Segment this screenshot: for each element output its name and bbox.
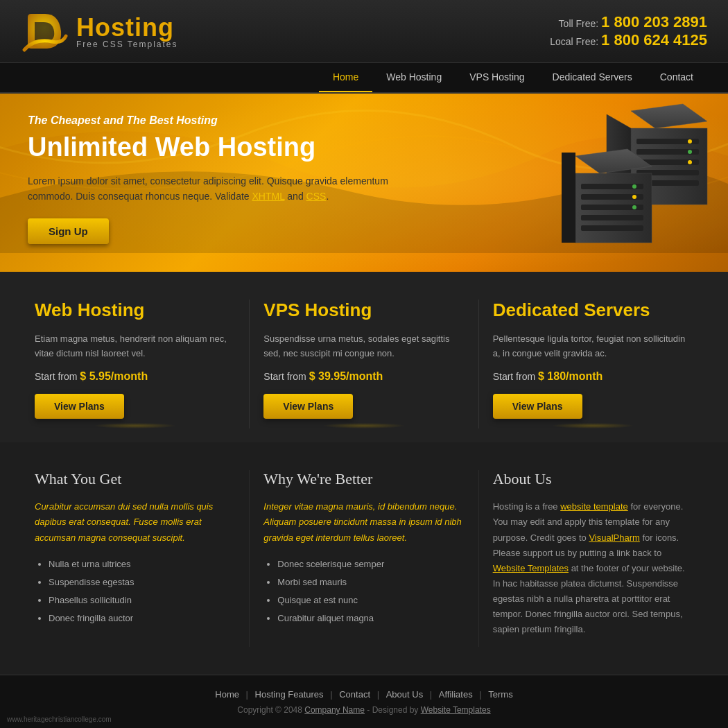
footer-link-hosting-features[interactable]: Hosting Features <box>255 689 324 700</box>
info-section: What You Get Curabitur accumsan dui sed … <box>0 442 728 675</box>
plan-web-hosting-price: Start from $ 5.95/month <box>35 370 235 383</box>
info-what-you-get-title: What You Get <box>35 470 235 488</box>
local-free-line: Local Free: 1 800 624 4125 <box>550 31 707 49</box>
list-item: Donec scelerisque semper <box>277 555 464 573</box>
footer-divider: | <box>430 689 435 700</box>
btn-reflection-dedicated <box>551 423 634 428</box>
logo-title: Hosting <box>76 13 178 42</box>
plan-dedicated-servers-desc: Pellentesque ligula tortor, feugiat non … <box>493 332 693 361</box>
footer-wrapper: Home | Hosting Features | Contact | Abou… <box>0 675 728 728</box>
list-item: Morbi sed mauris <box>277 573 464 591</box>
footer-copyright: Copyright © 2048 Company Name - Designed… <box>21 705 707 715</box>
list-item: Phasellus sollicitudin <box>49 591 235 609</box>
view-plans-web-hosting[interactable]: View Plans <box>35 394 124 419</box>
info-about-us: About Us Hosting is a free website templ… <box>479 470 707 647</box>
toll-free-label: Toll Free: <box>559 18 599 29</box>
info-why-better-title: Why We're Better <box>263 470 464 488</box>
logo-text-area: Hosting Free CSS Templates <box>76 13 178 49</box>
website-templates-footer-link[interactable]: Website Templates <box>421 705 491 715</box>
watermark: www.heritagechristiancollege.com <box>7 716 112 723</box>
svg-marker-0 <box>631 104 707 128</box>
btn-reflection <box>94 423 177 428</box>
list-item: Quisque at est nunc <box>277 591 464 609</box>
info-why-better-list: Donec scelerisque semper Morbi sed mauri… <box>263 555 464 627</box>
plan-vps-hosting: VPS Hosting Suspendisse urna metus, soda… <box>250 300 478 429</box>
nav-vps-hosting[interactable]: VPS Hosting <box>456 63 538 92</box>
toll-free-number: 1 800 203 2891 <box>601 13 707 31</box>
list-item: Nulla et urna ultrices <box>49 555 235 573</box>
plan-vps-hosting-price: Start from $ 39.95/month <box>263 370 464 383</box>
nav-dedicated-servers[interactable]: Dedicated Servers <box>539 63 646 92</box>
nav-web-hosting[interactable]: Web Hosting <box>372 63 456 92</box>
plans-section: Web Hosting Etiam magna metus, hendrerit… <box>0 272 728 443</box>
plan-web-hosting: Web Hosting Etiam magna metus, hendrerit… <box>21 300 250 429</box>
website-template-link[interactable]: website template <box>560 501 628 512</box>
footer-links: Home | Hosting Features | Contact | Abou… <box>21 689 707 700</box>
plan-vps-hosting-title: VPS Hosting <box>263 300 464 321</box>
hero-title: Unlimited Web Hosting <box>28 132 398 162</box>
view-plans-dedicated-servers[interactable]: View Plans <box>493 394 582 419</box>
footer-link-affiliates[interactable]: Affiliates <box>439 689 473 700</box>
nav-home[interactable]: Home <box>319 63 372 92</box>
footer-divider: | <box>330 689 335 700</box>
svg-point-10 <box>688 160 692 164</box>
css-link[interactable]: CSS <box>306 191 327 202</box>
list-item: Donec fringilla auctor <box>49 609 235 627</box>
info-what-you-get: What You Get Curabitur accumsan dui sed … <box>21 470 250 647</box>
logo-area: Hosting Free CSS Templates <box>21 7 178 55</box>
copyright-text: Copyright © 2048 <box>237 705 302 715</box>
footer-link-terms[interactable]: Terms <box>488 689 512 700</box>
view-plans-vps-hosting[interactable]: View Plans <box>263 394 353 419</box>
main-nav: Home Web Hosting VPS Hosting Dedicated S… <box>0 63 728 94</box>
footer-divider: | <box>479 689 484 700</box>
nav-contact[interactable]: Contact <box>646 63 707 92</box>
info-what-you-get-list: Nulla et urna ultrices Suspendisse egest… <box>35 555 235 627</box>
svg-point-20 <box>632 184 636 189</box>
site-header: Hosting Free CSS Templates Toll Free: 1 … <box>0 0 728 63</box>
visual-pharm-link[interactable]: VisualPharm <box>589 532 639 543</box>
list-item: Suspendisse egestas <box>49 573 235 591</box>
footer-divider: | <box>246 689 251 700</box>
contact-area: Toll Free: 1 800 203 2891 Local Free: 1 … <box>550 13 707 49</box>
plan-vps-hosting-desc: Suspendisse urna metus, sodales eget sag… <box>263 332 464 361</box>
svg-rect-18 <box>581 215 643 220</box>
logo-subtitle: Free CSS Templates <box>76 40 178 49</box>
btn-reflection-vps <box>322 423 406 428</box>
svg-point-8 <box>688 139 692 144</box>
footer-link-home[interactable]: Home <box>215 689 239 700</box>
plan-dedicated-servers: Dedicated Servers Pellentesque ligula to… <box>479 300 707 429</box>
footer-link-about-us[interactable]: About Us <box>386 689 423 700</box>
footer-link-contact[interactable]: Contact <box>339 689 370 700</box>
info-about-us-title: About Us <box>493 470 693 488</box>
local-free-number: 1 800 624 4125 <box>601 31 707 49</box>
info-why-better-text: Integer vitae magna mauris, id bibendum … <box>263 499 464 545</box>
toll-free-line: Toll Free: 1 800 203 2891 <box>550 13 707 31</box>
hero-description: Lorem ipsum dolor sit amet, consectetur … <box>28 173 398 205</box>
footer-divider: | <box>377 689 382 700</box>
company-name-link[interactable]: Company Name <box>304 705 365 715</box>
hero-section: The Cheapest and The Best Hosting Unlimi… <box>0 94 728 272</box>
website-templates-link-about[interactable]: Website Templates <box>493 563 569 573</box>
plan-web-hosting-title: Web Hosting <box>35 300 235 321</box>
hero-content: The Cheapest and The Best Hosting Unlimi… <box>28 114 398 244</box>
svg-point-21 <box>632 195 636 199</box>
svg-point-9 <box>688 150 692 154</box>
designed-by-text: - Designed by <box>367 705 420 715</box>
list-item: Curabitur aliquet magna <box>277 609 464 627</box>
info-why-better: Why We're Better Integer vitae magna mau… <box>250 470 478 647</box>
svg-rect-14 <box>562 153 575 243</box>
svg-rect-19 <box>581 225 643 231</box>
svg-point-22 <box>632 205 636 209</box>
hero-server-image <box>562 101 714 249</box>
info-what-you-get-text: Curabitur accumsan dui sed nulla mollis … <box>35 499 235 545</box>
info-about-us-text: Hosting is a free website template for e… <box>493 499 693 637</box>
signup-button[interactable]: Sign Up <box>28 218 109 244</box>
hero-tagline: The Cheapest and The Best Hosting <box>28 114 398 127</box>
local-free-label: Local Free: <box>550 36 598 47</box>
plan-dedicated-servers-price: Start from $ 180/month <box>493 370 693 383</box>
plan-dedicated-servers-title: Dedicated Servers <box>493 300 693 321</box>
plan-web-hosting-desc: Etiam magna metus, hendrerit non aliquam… <box>35 332 235 361</box>
logo-icon <box>21 7 69 55</box>
xhtml-link[interactable]: XHTML <box>252 191 285 202</box>
